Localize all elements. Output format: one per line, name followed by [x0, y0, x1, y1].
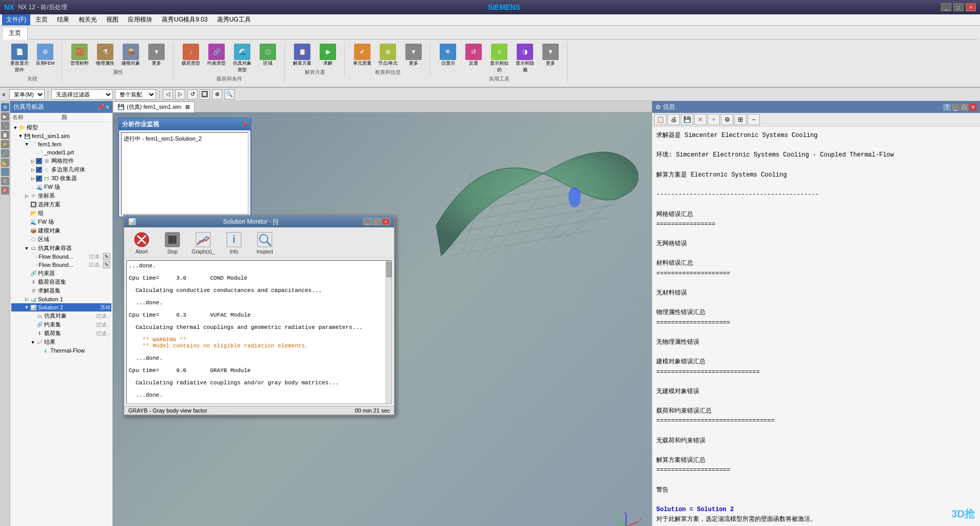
info-minimize-btn[interactable]: _: [952, 104, 959, 111]
solution-monitor-log[interactable]: ...done. Cpu time= 3.0 COND Module Calcu…: [126, 260, 392, 404]
tree-toggle-regions[interactable]: [24, 237, 30, 243]
sm-inspect-btn[interactable]: Inspect: [251, 229, 278, 256]
menu-ugtool[interactable]: 蒸秀UG工具: [213, 14, 255, 25]
sm-graphs-btn[interactable]: Graph(s)_: [190, 229, 217, 256]
ribbon-btn-solver-plan[interactable]: 📋 解算方案: [290, 43, 315, 68]
tree-item-loads[interactable]: ⬇ 载荷容器集: [11, 278, 111, 286]
solution-monitor-dialog[interactable]: 📊 Solution Monitor - [\] _ □ ×: [123, 215, 395, 416]
info-toolbar-delete-btn[interactable]: ✕: [694, 114, 707, 125]
tree-toggle-buildobj[interactable]: [24, 228, 30, 234]
close-btn[interactable]: ×: [966, 3, 976, 11]
viewport-tab-active[interactable]: 💾 (仿真) fem1_sim1.sim ⊠: [113, 102, 194, 112]
ribbon-btn-constraint-type[interactable]: 🔗 约束类型: [204, 43, 229, 74]
tree-item-solution1[interactable]: ▷ 📊 Solution 1: [11, 295, 111, 303]
solution-monitor-maximize[interactable]: □: [373, 218, 381, 225]
tree-checkbox-collector3d[interactable]: ✓: [36, 176, 42, 182]
toolbar-icon-1[interactable]: ◁: [163, 89, 173, 100]
sm-info-btn[interactable]: i Info: [221, 229, 247, 256]
ribbon-btn-node-elem[interactable]: ⊕ 节点/单元: [376, 43, 400, 68]
tree-toggle-fwfield[interactable]: [30, 184, 36, 190]
tree-item-solution2[interactable]: ▼ 📊 Solution 2 活动: [11, 303, 111, 311]
tree-toggle-fem1sim1[interactable]: ▼: [17, 133, 24, 139]
left-icon-5[interactable]: ⚡: [1, 140, 9, 148]
tree-item-mesh[interactable]: ▷ ✓ ⊞ 网格控件: [11, 157, 111, 165]
menu-ugmold[interactable]: 蒸秀UG模具9.03: [158, 14, 211, 25]
menu-app[interactable]: 应用模块: [124, 14, 156, 25]
tree-toggle-constraints[interactable]: [24, 270, 30, 277]
tree-toggle-groups[interactable]: [24, 210, 30, 217]
left-icon-6[interactable]: 🔗: [1, 149, 9, 158]
sm-log-scrollthumb[interactable]: [386, 262, 391, 277]
tree-item-groups[interactable]: 📂 组: [11, 209, 111, 218]
menu-home[interactable]: 主页: [31, 14, 52, 25]
tree-toggle-solution1[interactable]: ▷: [24, 296, 30, 302]
navigator-controls[interactable]: 📌 ×: [97, 104, 109, 111]
sm-log-scrollbar[interactable]: [385, 261, 391, 403]
tree-item-simobj[interactable]: ▼ 🗂 仿真对象容器: [11, 244, 111, 252]
tree-item-loadset[interactable]: ⬇ 载荷集 过滤...: [11, 329, 111, 338]
toolbar-icon-6[interactable]: 🔍: [224, 89, 234, 100]
tree-item-fem1fem[interactable]: ▼ 📄 fem1.fem: [11, 140, 111, 148]
toolbar-icon-2[interactable]: ▷: [175, 89, 185, 100]
info-toolbar-print-btn[interactable]: 🖨: [668, 114, 680, 125]
tree-item-regions[interactable]: ⬡ 区域: [11, 235, 111, 244]
toolbar-menu-dropdown[interactable]: 菜单(M): [9, 89, 45, 100]
viewport-tab-close[interactable]: ⊠: [185, 104, 190, 110]
ribbon-btn-display[interactable]: 👁 仪显示: [436, 43, 460, 74]
solution-monitor-close[interactable]: ×: [382, 218, 390, 225]
ribbon-btn-region[interactable]: ⬡ 区域: [256, 43, 280, 74]
info-question-btn[interactable]: ?: [943, 104, 951, 111]
ribbon-btn-change-display[interactable]: 📄 更改显示部件: [7, 43, 32, 74]
tree-item-fwfield2[interactable]: 🌊 FW 场: [11, 218, 111, 226]
sm-abort-btn[interactable]: Abort: [128, 229, 155, 256]
left-icon-2[interactable]: ▶: [1, 112, 9, 121]
flowbound1-edit-btn[interactable]: ✎: [103, 253, 110, 260]
solution-monitor-minimize[interactable]: _: [363, 218, 371, 225]
tree-item-model1prt[interactable]: 📄 _model1.prt: [11, 148, 111, 157]
tree-toggle-selections[interactable]: [24, 202, 30, 208]
ribbon-btn-more-tools[interactable]: ▼ 更多: [538, 43, 563, 74]
ribbon-btn-more-check[interactable]: ▼ 更多: [401, 43, 426, 68]
left-icon-3[interactable]: 🔧: [1, 122, 9, 130]
menu-related[interactable]: 相关光: [74, 14, 101, 25]
ribbon-btn-model-obj[interactable]: 📦 建模对象: [119, 43, 143, 68]
tree-item-fem1sim1[interactable]: ▼ 💾 fem1_sim1.sim: [11, 132, 111, 140]
left-icon-8[interactable]: 🌐: [1, 168, 9, 176]
info-toolbar-collapse-btn[interactable]: −: [748, 114, 760, 125]
tree-toggle-loads[interactable]: [24, 279, 30, 285]
ribbon-btn-reverse[interactable]: ↺ 反显: [461, 43, 486, 74]
info-toolbar-copy-btn[interactable]: 📋: [654, 114, 667, 125]
ribbon-btn-solve[interactable]: ▶ 求解: [316, 43, 340, 68]
menu-results[interactable]: 结果: [53, 14, 73, 25]
tree-toggle-fem1fem[interactable]: ▼: [24, 141, 30, 147]
solution-monitor-win-controls[interactable]: _ □ ×: [363, 218, 390, 225]
ribbon-btn-element-quality[interactable]: ✔ 单元质量: [350, 43, 375, 68]
tree-toggle-collector3d[interactable]: ▷: [30, 176, 36, 182]
flowbound2-edit-btn[interactable]: ✎: [103, 261, 110, 268]
solution-monitor-title[interactable]: 📊 Solution Monitor - [\] _ □ ×: [124, 216, 394, 227]
tree-item-results[interactable]: ▼ 📈 结果: [11, 338, 111, 346]
left-icon-4[interactable]: 📋: [1, 131, 9, 139]
tree-checkbox-mesh[interactable]: ✓: [36, 158, 42, 164]
tree-toggle-mesh[interactable]: ▷: [30, 158, 36, 164]
tree-item-selections[interactable]: 🔲 选择方案: [11, 200, 111, 209]
tree-item-constraints[interactable]: 🔗 约束器: [11, 269, 111, 278]
info-toolbar-save-btn[interactable]: 💾: [681, 114, 693, 125]
tree-item-buildobj[interactable]: 📦 建模对象: [11, 226, 111, 235]
left-icon-1[interactable]: ⚙: [1, 103, 9, 111]
tree-item-constset[interactable]: 🔗 约束集 过滤...: [11, 320, 111, 329]
toolbar-icon-4[interactable]: 🔲: [200, 89, 210, 100]
ribbon-btn-manage-material[interactable]: 🧱 管理材料: [67, 43, 92, 68]
tree-item-coords[interactable]: ▷ ✛ 坐标系: [11, 191, 111, 200]
tree-toggle-poly[interactable]: ▷: [30, 167, 36, 173]
tree-item-model[interactable]: ▼ 📁 模型: [11, 123, 111, 132]
tree-toggle-constset[interactable]: [30, 322, 36, 328]
tree-item-thermalflow[interactable]: 🌡 Thermal-Flow: [11, 346, 111, 355]
left-icon-10[interactable]: 🎯: [1, 186, 9, 194]
tree-toggle-simobj[interactable]: ▼: [24, 245, 30, 251]
menu-view[interactable]: 视图: [102, 14, 123, 25]
analysis-monitor-header[interactable]: 分析作业监视 📌: [119, 119, 250, 130]
tree-toggle-loadset[interactable]: [30, 330, 36, 337]
tree-item-simobj2[interactable]: 🗂 仿真对象 过滤...: [11, 311, 111, 320]
title-win-controls[interactable]: _ □ ×: [941, 3, 976, 11]
